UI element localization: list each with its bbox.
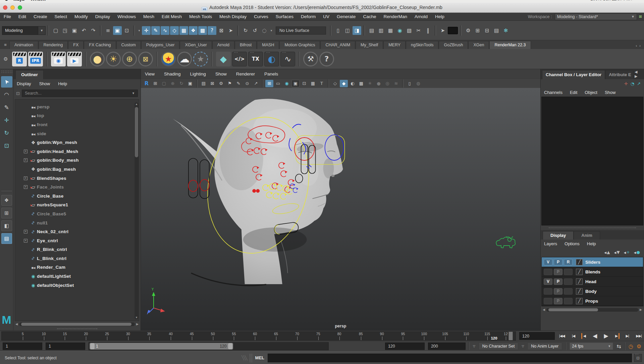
- menu-item[interactable]: Cache: [359, 14, 380, 19]
- menu-item[interactable]: Mesh: [140, 14, 158, 19]
- outliner-item[interactable]: + top: [15, 111, 139, 120]
- shelf-icon-button[interactable]: R: [12, 52, 27, 66]
- shelf-icon-button[interactable]: ⚒: [303, 52, 318, 66]
- outliner-menu-item[interactable]: Help: [58, 81, 67, 86]
- viewport-icon-button[interactable]: ◆: [340, 80, 348, 87]
- shelf-tab[interactable]: XGen_User: [180, 41, 212, 49]
- viewport-icon-button[interactable]: ◍: [414, 80, 422, 87]
- viewport-icon-button[interactable]: [196, 80, 198, 88]
- viewport-icon-button[interactable]: R: [143, 80, 151, 87]
- menu-item[interactable]: Windows: [114, 14, 140, 19]
- timeline-playhead[interactable]: [508, 332, 513, 340]
- viewport-icon-button[interactable]: ▦: [309, 80, 317, 87]
- layer-row[interactable]: P ╱ Body: [542, 287, 643, 296]
- statusline-icon[interactable]: ➤: [438, 26, 447, 35]
- outliner-item[interactable]: + persp: [15, 102, 139, 111]
- channel-box-icon[interactable]: ✛: [624, 81, 628, 86]
- outliner-item[interactable]: + Render_Cam: [15, 263, 139, 272]
- statusline-icon[interactable]: ✂: [414, 26, 423, 35]
- shelf-scroll-arrows[interactable]: ‹ ›: [633, 44, 644, 49]
- layer-editor-icon[interactable]: ▲: [604, 250, 610, 255]
- layout-button[interactable]: ❖: [1, 195, 12, 206]
- outliner-item[interactable]: + defaultLightSet: [15, 272, 139, 281]
- search-input[interactable]: Search... ▼: [22, 90, 138, 97]
- viewport-icon-button[interactable]: ⊕: [169, 80, 177, 87]
- viewport-icon-button[interactable]: ⊞: [151, 80, 159, 87]
- timeline-ruler[interactable]: 5101520253035404550556065707580859095100…: [1, 331, 516, 341]
- layer-color-swatch[interactable]: ╱: [576, 278, 583, 285]
- viewport-icon-button[interactable]: ▣: [186, 80, 194, 87]
- layer-editor-icon[interactable]: ●: [634, 250, 640, 255]
- menu-item[interactable]: Surfaces: [272, 14, 297, 19]
- menu-item[interactable]: Display: [92, 14, 114, 19]
- outliner-item[interactable]: + BlendShapes: [15, 174, 139, 183]
- viewport-icon-button[interactable]: ⊞: [265, 80, 273, 87]
- range-slider-track[interactable]: 1 120: [89, 342, 329, 350]
- shelf-tab[interactable]: Rendering: [39, 41, 68, 49]
- channel-box-menu-item[interactable]: Object: [585, 90, 597, 95]
- shelf-tab[interactable]: RenderMan 22.3: [489, 41, 531, 49]
- shelf-tab[interactable]: Arnold: [212, 41, 234, 49]
- shelf-tab[interactable]: XGen: [468, 41, 489, 49]
- search-filter-icon[interactable]: ⊡: [16, 91, 20, 96]
- workspace-dropdown[interactable]: Modeling - Standard* ▼: [555, 13, 637, 20]
- channel-box-icon[interactable]: ↗: [637, 81, 641, 86]
- statusline-icon[interactable]: ✎: [151, 26, 160, 35]
- viewport-icon-button[interactable]: [328, 80, 329, 88]
- playback-button[interactable]: ▶: [614, 333, 620, 339]
- layer-color-swatch[interactable]: ╱: [576, 298, 583, 304]
- scroll-up-icon[interactable]: ▲: [135, 103, 139, 106]
- outliner-item[interactable]: + R_Blink_cntrl: [15, 245, 139, 254]
- shelf-tab[interactable]: CHAR_ANIM: [320, 41, 355, 49]
- menu-item[interactable]: UV: [319, 14, 333, 19]
- shelf-icon-button[interactable]: [156, 52, 158, 66]
- range-slider[interactable]: 1 120: [90, 343, 233, 350]
- outliner-item[interactable]: + side: [15, 129, 139, 138]
- statusline-icon[interactable]: ▥: [377, 26, 385, 35]
- layer-display-type-toggle[interactable]: [564, 278, 573, 285]
- character-set-dropdown[interactable]: No Character Set: [479, 343, 519, 350]
- playback-button[interactable]: ◀: [592, 332, 598, 340]
- shelf-tab[interactable]: GoZBrush: [439, 41, 468, 49]
- channel-box-tab[interactable]: Channel Box / Layer Editor: [542, 70, 605, 79]
- viewport-icon-button[interactable]: ⚑: [226, 80, 234, 87]
- statusline-icon[interactable]: ⊡: [122, 26, 131, 35]
- statusline-icon[interactable]: [133, 25, 135, 36]
- layer-playback-toggle[interactable]: P: [554, 278, 562, 285]
- shelf-icon-button[interactable]: ◉: [51, 52, 66, 66]
- statusline-icon[interactable]: ▣: [113, 26, 122, 35]
- scroll-right-icon[interactable]: ▶: [136, 322, 139, 326]
- layer-visibility-toggle[interactable]: [544, 298, 552, 304]
- statusline-icon[interactable]: ◳: [61, 26, 69, 35]
- shelf-tab[interactable]: FX: [68, 41, 84, 49]
- layout-button[interactable]: ⊞: [1, 208, 12, 218]
- shelf-tab[interactable]: FX Caching: [84, 41, 116, 49]
- outliner-item[interactable]: + Eye_cntrl: [15, 236, 139, 245]
- statusline-icon[interactable]: ✻: [501, 26, 510, 35]
- layer-editor-tab[interactable]: Display: [543, 231, 574, 240]
- viewport-menu-item[interactable]: Renderer: [236, 71, 255, 76]
- shelf-icon-button[interactable]: ★: [161, 52, 176, 66]
- layer-color-swatch[interactable]: ╱: [576, 259, 583, 265]
- viewport-canvas[interactable]: Y persp: [141, 88, 540, 330]
- statusline-icon[interactable]: ◉: [395, 26, 404, 35]
- menu-item[interactable]: Edit Mesh: [158, 14, 185, 19]
- statusline-icon[interactable]: [330, 25, 331, 36]
- script-editor-icon[interactable]: {;}: [634, 354, 642, 362]
- layer-editor-menu-item[interactable]: Layers: [544, 241, 557, 246]
- viewport-icon-button[interactable]: T: [318, 80, 326, 87]
- statusline-icon[interactable]: ⚙: [464, 26, 473, 35]
- shelf-icon-button[interactable]: TX: [248, 52, 263, 66]
- layer-playback-toggle[interactable]: P: [554, 288, 562, 295]
- layer-display-type-toggle[interactable]: R: [564, 259, 573, 265]
- shelf-icon-button[interactable]: [299, 52, 300, 66]
- menu-item[interactable]: Select: [51, 14, 71, 19]
- animation-end-field[interactable]: 200: [428, 343, 466, 350]
- layer-editor-tab[interactable]: Anim: [574, 231, 600, 240]
- layer-display-type-toggle[interactable]: [564, 288, 573, 295]
- layer-display-type-toggle[interactable]: [564, 298, 573, 304]
- statusline-icon[interactable]: [100, 25, 101, 36]
- live-surface-field[interactable]: No Live Surface: [276, 27, 326, 35]
- mel-command-input[interactable]: [268, 354, 632, 362]
- statusline-icon[interactable]: ▦: [179, 26, 188, 35]
